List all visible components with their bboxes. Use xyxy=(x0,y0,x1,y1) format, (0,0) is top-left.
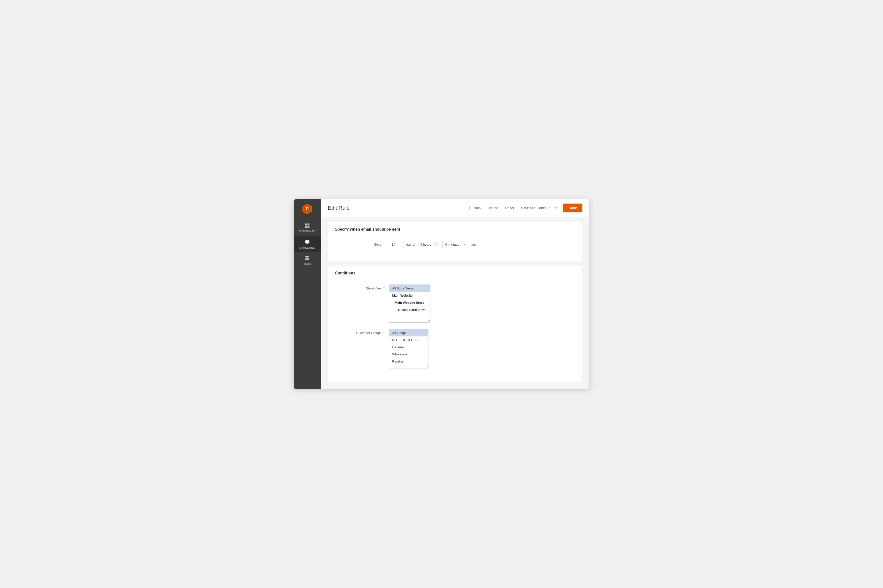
save-continue-button[interactable]: Save and Continue Edit xyxy=(520,204,558,212)
send-section: Specify when email should be sent Send *… xyxy=(328,222,582,261)
later-label: later xyxy=(471,243,477,246)
customer-group-option-not-logged-in[interactable]: NOT LOGGED IN xyxy=(389,336,428,344)
store-view-option-main-website-store[interactable]: Main Website Store xyxy=(389,299,430,306)
store-view-resize-handle[interactable]: ⠿ xyxy=(427,319,430,322)
back-button[interactable]: Back xyxy=(467,204,482,212)
topbar-actions: Back Delete Reset Save and Continue Edit… xyxy=(467,204,582,212)
back-arrow-icon xyxy=(468,206,472,210)
conditions-section: Conditions Store View * All Store Views xyxy=(328,266,582,382)
sidebar-item-marketing[interactable]: Marketing xyxy=(294,236,321,252)
store-view-label: Store View * xyxy=(335,285,389,290)
sidebar-logo xyxy=(294,200,321,218)
store-view-option-all[interactable]: All Store Views xyxy=(389,285,430,292)
customer-groups-label: Customer Groups * xyxy=(335,329,389,335)
sidebar-navigation: Dashboard Marketing Stores xyxy=(294,219,321,268)
hours-select[interactable]: 0 hours 1 hour 2 hours 3 hours 6 hours 1… xyxy=(418,241,440,248)
delete-button[interactable]: Delete xyxy=(487,204,499,212)
send-form-row: Send * day(s) 0 hours 1 hour 2 hours xyxy=(335,241,575,248)
sidebar-item-dashboard-label: Dashboard xyxy=(299,230,316,233)
days-input[interactable] xyxy=(389,241,404,248)
reset-button[interactable]: Reset xyxy=(504,204,515,212)
hours-select-wrapper: 0 hours 1 hour 2 hours 3 hours 6 hours 1… xyxy=(418,241,440,248)
minutes-select[interactable]: 0 minutes 15 minutes 30 minutes 45 minut… xyxy=(442,241,468,248)
customer-groups-required-star: * xyxy=(384,331,385,335)
stores-icon xyxy=(304,255,310,261)
send-label: Send * xyxy=(335,241,389,246)
customer-groups-resize-handle[interactable]: ⠿ xyxy=(425,365,429,369)
minutes-select-wrapper: 0 minutes 15 minutes 30 minutes 45 minut… xyxy=(442,241,468,248)
customer-groups-select-wrapper: All groups NOT LOGGED IN General Wholesa… xyxy=(389,329,429,369)
topbar: Edit Rule Back Delete Reset xyxy=(321,200,589,217)
customer-group-option-general[interactable]: General xyxy=(389,344,428,351)
customer-group-option-all[interactable]: All groups xyxy=(389,329,428,336)
customer-group-option-retailer[interactable]: Retailer xyxy=(389,358,428,365)
back-button-label: Back xyxy=(474,206,481,210)
sidebar-item-stores-label: Stores xyxy=(302,262,313,266)
sidebar-item-stores[interactable]: Stores xyxy=(294,252,321,268)
store-view-required-star: * xyxy=(384,286,385,290)
store-view-form-row: Store View * All Store Views Main Websit… xyxy=(335,285,575,324)
days-unit-label: day(s) xyxy=(406,243,415,246)
send-required-star: * xyxy=(384,243,385,246)
store-view-select-wrapper: All Store Views Main Website Main Websit… xyxy=(389,285,430,322)
send-controls: day(s) 0 hours 1 hour 2 hours 3 hours 6 … xyxy=(389,241,575,248)
store-view-option-main-website[interactable]: Main Website xyxy=(389,292,430,299)
page-title: Edit Rule xyxy=(328,205,467,211)
send-section-title: Specify when email should be sent xyxy=(335,227,575,232)
customer-groups-multiselect[interactable]: All groups NOT LOGGED IN General Wholesa… xyxy=(389,329,429,369)
delete-button-label: Delete xyxy=(488,206,498,210)
sidebar-item-dashboard[interactable]: Dashboard xyxy=(294,219,321,236)
reset-button-label: Reset xyxy=(505,206,514,210)
save-continue-label: Save and Continue Edit xyxy=(521,206,557,210)
save-button-label: Save xyxy=(569,206,577,210)
marketing-icon xyxy=(304,239,310,245)
store-view-option-default[interactable]: Default Store View xyxy=(389,306,430,314)
sidebar-item-marketing-label: Marketing xyxy=(299,246,315,249)
main-content: Edit Rule Back Delete Reset xyxy=(321,200,589,389)
conditions-section-title: Conditions xyxy=(335,271,575,275)
store-view-multiselect[interactable]: All Store Views Main Website Main Websit… xyxy=(389,285,430,322)
page-content: Specify when email should be sent Send *… xyxy=(321,217,589,389)
customer-groups-control: All groups NOT LOGGED IN General Wholesa… xyxy=(389,329,575,369)
sidebar: Dashboard Marketing Stores xyxy=(294,200,321,389)
customer-group-option-wholesale[interactable]: Wholesale xyxy=(389,351,428,358)
magento-logo-icon xyxy=(302,204,312,214)
save-button[interactable]: Save xyxy=(563,204,582,212)
store-view-control: All Store Views Main Website Main Websit… xyxy=(389,285,575,324)
customer-groups-form-row: Customer Groups * All groups NOT LOGGED … xyxy=(335,329,575,369)
dashboard-icon xyxy=(304,223,310,229)
